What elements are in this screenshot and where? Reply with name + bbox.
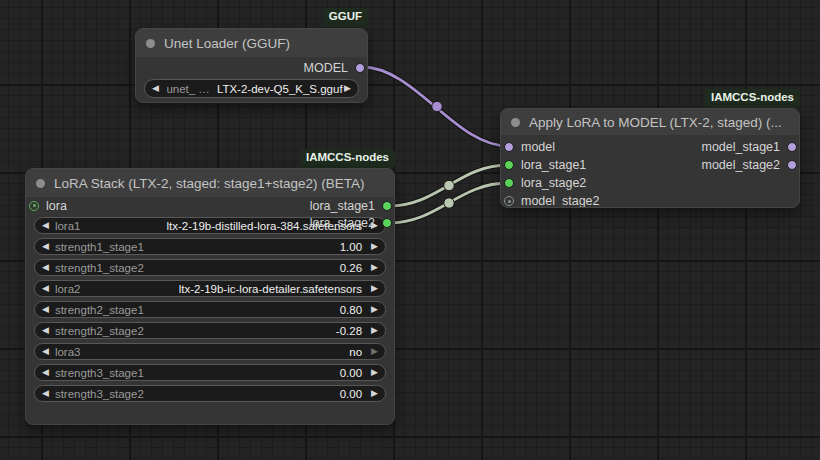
- output-slot-model-stage1: model_stage1: [649, 138, 799, 156]
- output-slot-label: model_stage2: [701, 158, 780, 172]
- widget-label: strength3_stage1: [55, 367, 340, 379]
- output-slot-label: lora_stage1: [310, 199, 375, 213]
- arrow-right-icon[interactable]: ▶: [344, 84, 351, 93]
- node-badge-gguf: GGUF: [323, 8, 368, 27]
- widget-lora3[interactable]: ◀ lora3 no ▶: [34, 343, 386, 360]
- output-dot-model-stage2[interactable]: [787, 160, 797, 170]
- node-title-bar[interactable]: Apply LoRA to MODEL (LTX-2, staged) (...: [501, 109, 799, 135]
- arrow-right-icon[interactable]: ▶: [371, 326, 378, 335]
- arrow-left-icon[interactable]: ◀: [42, 221, 49, 230]
- widget-value: 0.80: [340, 304, 362, 316]
- output-dot-model[interactable]: [355, 63, 365, 73]
- output-dot-model-stage1[interactable]: [787, 142, 797, 152]
- widget-label: strength1_stage2: [55, 262, 340, 274]
- input-slot-label: model_stage2: [521, 194, 600, 208]
- arrow-right-icon[interactable]: ▶: [371, 389, 378, 398]
- widget-value: 0.00: [340, 367, 362, 379]
- arrow-right-icon[interactable]: ▶: [371, 263, 378, 272]
- widget-strength1-stage2[interactable]: ◀ strength1_stage2 0.26 ▶: [34, 259, 386, 276]
- widget-value: 0.00: [340, 388, 362, 400]
- arrow-left-icon[interactable]: ◀: [152, 84, 159, 93]
- widget-strength2-stage2[interactable]: ◀ strength2_stage2 -0.28 ▶: [34, 322, 386, 339]
- input-dot-lora-stage2[interactable]: [504, 178, 514, 188]
- output-dot-lora-stage1[interactable]: [382, 201, 392, 211]
- node-unet-loader[interactable]: Unet Loader (GGUF) MODEL ◀ unet_ … LTX-2…: [135, 28, 368, 103]
- collapse-dot[interactable]: [511, 118, 520, 127]
- widget-label: strength2_stage2: [55, 325, 336, 337]
- node-title-bar[interactable]: LoRA Stack (LTX-2, staged: stage1+stage2…: [26, 169, 394, 197]
- widget-strength3-stage1[interactable]: ◀ strength3_stage1 0.00 ▶: [34, 364, 386, 381]
- arrow-left-icon[interactable]: ◀: [42, 347, 49, 356]
- input-ring-lora[interactable]: [29, 201, 39, 211]
- widget-label: lora2: [55, 283, 179, 295]
- arrow-right-icon[interactable]: ▶: [371, 242, 378, 251]
- widget-lora2[interactable]: ◀ lora2 ltx-2-19b-ic-lora-detailer.safet…: [34, 280, 386, 297]
- widget-label: lora1: [55, 220, 167, 232]
- output-slot-lora-stage1: lora_stage1: [234, 197, 394, 214]
- output-slot-label: lora_stage2: [310, 216, 375, 230]
- widget-label: strength3_stage2: [55, 388, 340, 400]
- input-dot-lora-stage1[interactable]: [504, 160, 514, 170]
- node-title: LoRA Stack (LTX-2, staged: stage1+stage2…: [54, 176, 365, 191]
- node-lora-stack[interactable]: LoRA Stack (LTX-2, staged: stage1+stage2…: [25, 168, 395, 425]
- widget-unet-name[interactable]: ◀ unet_ … LTX-2-dev-Q5_K_S.gguf ▶: [144, 79, 359, 98]
- widget-strength1-stage1[interactable]: ◀ strength1_stage1 1.00 ▶: [34, 238, 386, 255]
- widget-value: 0.26: [340, 262, 362, 274]
- node-badge-iamccs-stack: IAMCCS-nodes: [300, 149, 395, 168]
- widget-label: lora3: [55, 346, 349, 358]
- widget-label: strength2_stage1: [55, 304, 340, 316]
- widget-label: unet_ …: [166, 83, 209, 95]
- wire-model-midpoint-dot[interactable]: [432, 101, 442, 111]
- output-slot-model-stage2: model_stage2: [649, 156, 799, 174]
- input-ring-model-stage2[interactable]: [504, 196, 514, 206]
- input-slot-label: model: [521, 140, 555, 154]
- node-title: Unet Loader (GGUF): [164, 36, 290, 51]
- widget-value: no: [349, 346, 362, 358]
- arrow-left-icon[interactable]: ◀: [42, 326, 49, 335]
- arrow-left-icon[interactable]: ◀: [42, 368, 49, 377]
- output-slot-model: MODEL: [136, 59, 367, 77]
- input-slot-label: lora_stage2: [521, 176, 586, 190]
- widget-value: LTX-2-dev-Q5_K_S.gguf: [217, 83, 343, 95]
- arrow-left-icon[interactable]: ◀: [42, 263, 49, 272]
- node-apply-lora[interactable]: Apply LoRA to MODEL (LTX-2, staged) (...…: [500, 108, 800, 208]
- widget-value: -0.28: [336, 325, 362, 337]
- wire-lora-stage2-midpoint-dot[interactable]: [444, 198, 454, 208]
- output-slot-label: model_stage1: [701, 140, 780, 154]
- arrow-right-icon[interactable]: ▶: [371, 347, 378, 356]
- arrow-left-icon[interactable]: ◀: [42, 389, 49, 398]
- input-dot-model[interactable]: [504, 142, 514, 152]
- collapse-dot[interactable]: [146, 39, 155, 48]
- widget-strength2-stage1[interactable]: ◀ strength2_stage1 0.80 ▶: [34, 301, 386, 318]
- output-dot-lora-stage2[interactable]: [382, 218, 392, 228]
- arrow-right-icon[interactable]: ▶: [371, 284, 378, 293]
- widget-label: strength1_stage1: [55, 241, 340, 253]
- collapse-dot[interactable]: [36, 179, 45, 188]
- arrow-right-icon[interactable]: ▶: [371, 368, 378, 377]
- arrow-left-icon[interactable]: ◀: [42, 242, 49, 251]
- widget-value: ltx-2-19b-ic-lora-detailer.safetensors: [179, 283, 362, 295]
- input-slot-lora-stage2: lora_stage2: [501, 174, 799, 192]
- output-slot-lora-stage2: lora_stage2: [234, 214, 394, 231]
- arrow-left-icon[interactable]: ◀: [42, 284, 49, 293]
- node-title: Apply LoRA to MODEL (LTX-2, staged) (...: [529, 115, 782, 130]
- input-slot-model-stage2: model_stage2: [501, 192, 799, 208]
- arrow-left-icon[interactable]: ◀: [42, 305, 49, 314]
- input-slot-label: lora: [46, 199, 67, 213]
- node-badge-iamccs-apply: IAMCCS-nodes: [705, 89, 800, 108]
- arrow-right-icon[interactable]: ▶: [371, 305, 378, 314]
- wire-lora-stage1-midpoint-dot[interactable]: [444, 180, 454, 190]
- widget-value: 1.00: [340, 241, 362, 253]
- widget-strength3-stage2[interactable]: ◀ strength3_stage2 0.00 ▶: [34, 385, 386, 402]
- output-slot-label: MODEL: [304, 61, 348, 75]
- node-title-bar[interactable]: Unet Loader (GGUF): [136, 29, 367, 57]
- node-graph-canvas[interactable]: GGUF IAMCCS-nodes IAMCCS-nodes Unet Load…: [0, 0, 820, 460]
- input-slot-label: lora_stage1: [521, 158, 586, 172]
